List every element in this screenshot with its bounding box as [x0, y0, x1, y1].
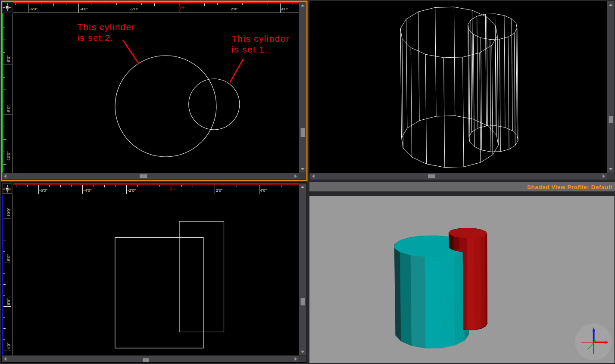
svg-text:10'0": 10'0" [6, 208, 11, 217]
svg-text:4'0": 4'0" [6, 342, 11, 349]
svg-text:This cylinder: This cylinder [77, 22, 135, 32]
svg-text:0: 0 [178, 6, 181, 10]
svg-text:-8'0": -8'0" [6, 105, 11, 113]
svg-text:This cylinder: This cylinder [231, 34, 290, 44]
svg-text:+: + [173, 187, 176, 191]
svg-text:4'0": 4'0" [260, 188, 267, 193]
svg-text:8'0": 8'0" [6, 254, 11, 261]
svg-text:2'0": 2'0" [231, 6, 237, 11]
svg-text:-4'0": -4'0" [84, 188, 92, 193]
svg-text:-6'0": -6'0" [39, 188, 47, 193]
svg-text:-2'0": -2'0" [128, 188, 136, 193]
svg-text:is set 2.: is set 2. [77, 33, 113, 43]
svg-text:-2'0": -2'0" [130, 6, 138, 11]
svg-text:is set 1.: is set 1. [231, 44, 268, 54]
svg-text:Shaded View Profile: Default: Shaded View Profile: Default [527, 184, 612, 190]
svg-text:-: - [176, 5, 177, 10]
svg-text:6'0": 6'0" [6, 299, 11, 305]
svg-text:-10'0": -10'0" [6, 151, 11, 162]
svg-text:-4'0": -4'0" [80, 6, 88, 11]
svg-text:-6'0": -6'0" [29, 6, 37, 11]
svg-text:4'0": 4'0" [281, 6, 288, 11]
svg-text:-: - [167, 187, 169, 191]
svg-text:+: + [182, 5, 184, 10]
svg-text:2'0": 2'0" [216, 188, 223, 193]
svg-text:-6'0": -6'0" [6, 56, 11, 64]
svg-text:0: 0 [170, 187, 172, 192]
